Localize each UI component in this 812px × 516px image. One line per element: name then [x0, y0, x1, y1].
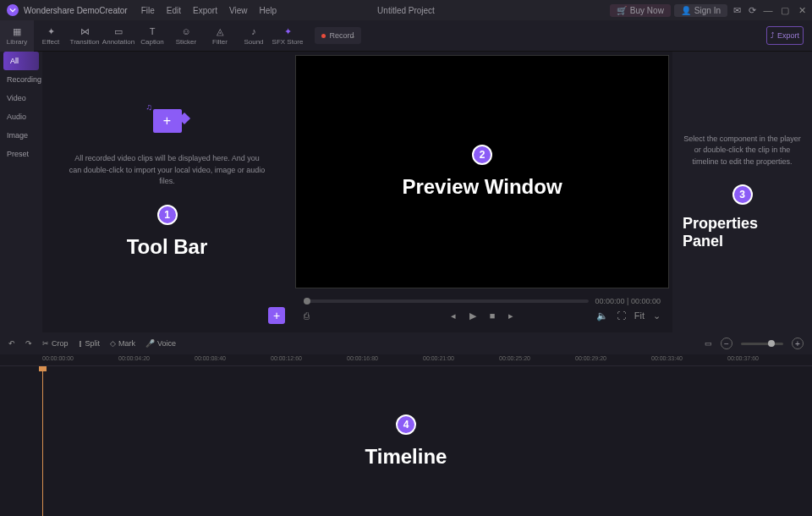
timeline-area: ↶ ↷ ✂ Crop ⫿ Split ◇ Mark 🎤 Voice ▭ − + … — [0, 332, 812, 516]
prev-frame-button[interactable]: ◂ — [451, 310, 456, 321]
titlebar-right: 🛒Buy Now 👤Sign In ✉ ⟳ — ▢ ✕ — [610, 3, 812, 17]
export-button[interactable]: ⤴Export — [766, 26, 804, 45]
ruler-tick: 00:00:12:60 — [271, 355, 302, 361]
tab-transition[interactable]: ⋈Transition — [68, 20, 102, 52]
mail-icon[interactable]: ✉ — [731, 4, 743, 16]
properties-panel: Select the component in the player or do… — [672, 52, 812, 332]
annotation-badge-1: 1 — [157, 205, 178, 225]
titlebar: Wondershare DemoCreator File Edit Export… — [0, 0, 812, 20]
library-icon: ▦ — [11, 25, 23, 37]
record-button[interactable]: Record⌄ — [315, 27, 361, 44]
app-name: Wondershare DemoCreator — [24, 6, 128, 15]
cart-icon: 🛒 — [617, 6, 627, 15]
signin-button[interactable]: 👤Sign In — [674, 4, 727, 17]
ruler-tick: 00:00:08:40 — [195, 355, 226, 361]
tab-library[interactable]: ▦Library — [0, 20, 34, 52]
snapshot-button[interactable]: ⎙ — [304, 310, 310, 321]
properties-hint: Select the component in the player or do… — [683, 134, 802, 168]
sidebar-video[interactable]: Video — [0, 89, 42, 107]
menu-export[interactable]: Export — [193, 6, 217, 15]
zoom-out-button[interactable]: − — [721, 338, 732, 349]
ruler-tick: 00:00:29:20 — [575, 355, 606, 361]
close-button[interactable]: ✕ — [795, 3, 809, 17]
seek-handle[interactable] — [304, 298, 310, 305]
next-frame-button[interactable]: ▸ — [508, 310, 513, 321]
folder-icon: + — [153, 109, 182, 133]
sidebar: All Recording Video Audio Image Preset — [0, 52, 42, 332]
timeline-ruler[interactable]: 00:00:00:00 00:00:04:20 00:00:08:40 00:0… — [0, 354, 812, 366]
annotation-badge-2: 2 — [472, 145, 492, 165]
maximize-button[interactable]: ▢ — [778, 3, 792, 17]
play-button[interactable]: ▶ — [469, 310, 476, 321]
project-title: Untitled Project — [377, 6, 435, 15]
buy-now-button[interactable]: 🛒Buy Now — [610, 4, 671, 17]
annotation-title-4: Timeline — [365, 445, 447, 469]
sidebar-preset[interactable]: Preset — [0, 145, 42, 163]
sidebar-recording[interactable]: Recording — [0, 70, 42, 89]
tab-sound[interactable]: ♪Sound — [237, 20, 271, 52]
sfx-icon: ✦ — [282, 25, 294, 37]
sound-icon: ♪ — [248, 25, 260, 37]
effect-icon: ✦ — [45, 25, 57, 37]
chevron-down-icon: ⌄ — [350, 32, 356, 40]
tab-sticker[interactable]: ☺Sticker — [169, 20, 203, 52]
tab-annotation[interactable]: ▭Annotation — [102, 20, 135, 52]
fit-dropdown[interactable]: Fit — [634, 310, 645, 321]
volume-button[interactable]: 🔈 — [596, 310, 608, 321]
undo-button[interactable]: ↶ — [8, 339, 15, 348]
library-hint: All recorded video clips will be display… — [42, 153, 292, 188]
music-note-icon: ♫ — [146, 102, 153, 112]
annotation-title-2: Preview Window — [402, 175, 562, 199]
chevron-down-icon[interactable]: ⌄ — [653, 310, 661, 321]
app-logo-icon — [7, 4, 19, 16]
sidebar-audio[interactable]: Audio — [0, 107, 42, 126]
redo-button[interactable]: ↷ — [25, 339, 32, 348]
annotation-badge-3: 3 — [732, 184, 753, 205]
tab-filter[interactable]: ◬Filter — [203, 20, 237, 52]
annotation-badge-4: 4 — [396, 414, 416, 435]
crop-button[interactable]: ✂ Crop — [42, 339, 69, 348]
export-icon: ⤴ — [771, 31, 775, 40]
mark-button[interactable]: ◇ Mark — [110, 339, 135, 348]
zoom-slider[interactable] — [741, 343, 783, 345]
toolbar: ▦Library ✦Effect ⋈Transition ▭Annotation… — [0, 20, 812, 52]
notifications-icon[interactable]: ⟳ — [746, 4, 758, 16]
menu-edit[interactable]: Edit — [167, 6, 181, 15]
tab-sfx[interactable]: ✦SFX Store — [271, 20, 304, 52]
zoom-in-button[interactable]: + — [792, 338, 804, 349]
filter-icon: ◬ — [214, 25, 226, 37]
zoom-handle[interactable] — [768, 340, 775, 347]
preview-panel: 2 Preview Window 00:00:00 | 00:00:00 ⎙ ◂… — [292, 52, 672, 332]
playhead[interactable] — [42, 366, 43, 516]
tab-effect[interactable]: ✦Effect — [34, 20, 68, 52]
stop-button[interactable]: ■ — [490, 310, 496, 321]
ruler-tick: 00:00:16:80 — [347, 355, 378, 361]
time-current: 00:00:00 — [595, 297, 625, 305]
add-media-button[interactable]: + — [268, 307, 285, 324]
tab-caption[interactable]: TCaption — [135, 20, 169, 52]
preview-viewport[interactable]: 2 Preview Window — [295, 55, 669, 288]
timeline-tracks[interactable]: 4 Timeline — [0, 366, 812, 516]
record-dot-icon — [321, 34, 326, 38]
minimize-button[interactable]: — — [761, 3, 775, 17]
sidebar-all[interactable]: All — [3, 52, 39, 70]
time-duration: 00:00:00 — [631, 297, 661, 305]
transition-icon: ⋈ — [79, 25, 91, 37]
caption-icon: T — [146, 25, 158, 37]
library-content: ♫ + All recorded video clips will be dis… — [42, 52, 292, 332]
import-media-icon[interactable]: ♫ + — [146, 102, 189, 136]
annotation-title-1: Tool Bar — [127, 235, 208, 259]
ruler-tick: 00:00:25:20 — [499, 355, 530, 361]
menu-file[interactable]: File — [141, 6, 155, 15]
split-button[interactable]: ⫿ Split — [79, 339, 101, 348]
menu-help[interactable]: Help — [259, 6, 277, 15]
fullscreen-button[interactable]: ⛶ — [617, 310, 626, 321]
menu-bar: File Edit Export View Help — [141, 6, 277, 15]
annotation-icon: ▭ — [112, 25, 124, 37]
menu-view[interactable]: View — [229, 6, 248, 15]
seek-bar[interactable] — [304, 299, 589, 303]
timeline-toolbar: ↶ ↷ ✂ Crop ⫿ Split ◇ Mark 🎤 Voice ▭ − + — [0, 332, 812, 354]
aspect-button[interactable]: ▭ — [705, 339, 712, 348]
voice-button[interactable]: 🎤 Voice — [145, 339, 176, 348]
sidebar-image[interactable]: Image — [0, 126, 42, 145]
